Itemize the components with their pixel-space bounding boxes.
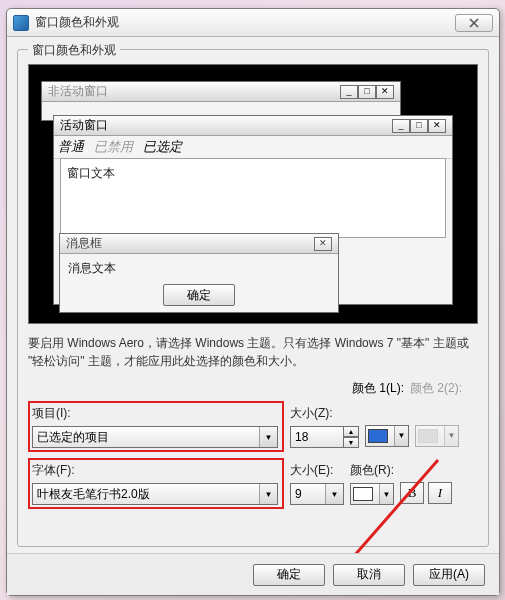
inactive-window-title: 非活动窗口 xyxy=(48,83,108,100)
item-highlight-box: 项目(I): 已选定的项目 ▼ xyxy=(28,401,284,452)
size-value: 18 xyxy=(295,430,308,444)
color1-swatch xyxy=(368,429,388,443)
window-close-button[interactable] xyxy=(455,14,493,32)
window-title: 窗口颜色和外观 xyxy=(35,14,119,31)
font-combo[interactable]: 叶根友毛笔行书2.0版 ▼ xyxy=(32,483,278,505)
active-window-title: 活动窗口 xyxy=(60,117,108,134)
dialog-footer: 确定 取消 应用(A) xyxy=(7,553,499,595)
chevron-down-icon: ▼ xyxy=(379,484,393,504)
messagebox-text: 消息文本 xyxy=(60,254,338,283)
color1-picker[interactable]: ▼ xyxy=(365,425,409,447)
chevron-down-icon: ▼ xyxy=(394,426,408,446)
italic-button[interactable]: I xyxy=(428,482,452,504)
chevron-down-icon: ▼ xyxy=(444,426,458,446)
cancel-button[interactable]: 取消 xyxy=(333,564,405,586)
maximize-icon: □ xyxy=(358,85,376,99)
titlebar: 窗口颜色和外观 xyxy=(7,9,499,37)
groupbox-legend: 窗口颜色和外观 xyxy=(28,42,120,59)
close-icon: ✕ xyxy=(314,237,332,251)
preview-window-text: 窗口文本 xyxy=(61,159,445,188)
color2-header: 颜色 2(2): xyxy=(410,380,468,397)
preview-panel: 非活动窗口 _ □ ✕ 活动窗口 _ □ ✕ xyxy=(28,64,478,324)
size-label: 大小(Z): xyxy=(290,405,359,422)
preview-menu-disabled: 已禁用 xyxy=(94,138,133,156)
font-highlight-box: 字体(F): 叶根友毛笔行书2.0版 ▼ xyxy=(28,458,284,509)
size-spin-up[interactable]: ▲ xyxy=(343,426,359,437)
font-size-combo[interactable]: 9 ▼ xyxy=(290,483,344,505)
chevron-down-icon: ▼ xyxy=(325,484,343,504)
preview-messagebox: 消息框 ✕ 消息文本 确定 xyxy=(59,233,339,313)
close-icon xyxy=(469,18,479,28)
font-color-swatch xyxy=(353,487,373,501)
client-area: 窗口颜色和外观 非活动窗口 _ □ ✕ 活动窗口 xyxy=(17,49,489,547)
description-text: 要启用 Windows Aero，请选择 Windows 主题。只有选择 Win… xyxy=(28,334,478,370)
window-color-dialog: 窗口颜色和外观 窗口颜色和外观 非活动窗口 _ □ ✕ xyxy=(6,8,500,596)
item-combo-value: 已选定的项目 xyxy=(37,429,109,446)
item-combo[interactable]: 已选定的项目 ▼ xyxy=(32,426,278,448)
ok-button[interactable]: 确定 xyxy=(253,564,325,586)
close-icon: ✕ xyxy=(428,119,446,133)
preview-menu-row: 普通 已禁用 已选定 xyxy=(54,136,452,159)
item-row: 项目(I): 已选定的项目 ▼ 大小(Z): 18 xyxy=(28,401,478,452)
chevron-down-icon: ▼ xyxy=(259,484,277,504)
font-size-label: 大小(E): xyxy=(290,462,344,479)
messagebox-ok-button: 确定 xyxy=(163,284,235,306)
font-label: 字体(F): xyxy=(32,462,280,479)
app-icon xyxy=(13,15,29,31)
bold-button[interactable]: B xyxy=(400,482,424,504)
preview-window-body: 窗口文本 xyxy=(60,158,446,238)
minimize-icon: _ xyxy=(340,85,358,99)
header-row: 颜色 1(L): 颜色 2(2): xyxy=(28,380,478,397)
size-spin-down[interactable]: ▼ xyxy=(343,437,359,448)
color2-picker: ▼ xyxy=(415,425,459,447)
item-label: 项目(I): xyxy=(32,405,280,422)
font-color-label: 颜色(R): xyxy=(350,462,394,479)
controls-area: 颜色 1(L): 颜色 2(2): 项目(I): 已选定的项目 ▼ 大小(Z): xyxy=(28,380,478,515)
close-icon: ✕ xyxy=(376,85,394,99)
preview-menu-selected: 已选定 xyxy=(143,138,182,156)
font-color-picker[interactable]: ▼ xyxy=(350,483,394,505)
minimize-icon: _ xyxy=(392,119,410,133)
messagebox-title: 消息框 xyxy=(66,235,102,252)
color1-header: 颜色 1(L): xyxy=(352,380,410,397)
maximize-icon: □ xyxy=(410,119,428,133)
color2-swatch xyxy=(418,429,438,443)
size-field[interactable]: 18 xyxy=(290,426,344,448)
font-combo-value: 叶根友毛笔行书2.0版 xyxy=(37,486,150,503)
font-row: 字体(F): 叶根友毛笔行书2.0版 ▼ 大小(E): 9 ▼ xyxy=(28,458,478,509)
chevron-down-icon: ▼ xyxy=(259,427,277,447)
appearance-groupbox: 窗口颜色和外观 非活动窗口 _ □ ✕ 活动窗口 xyxy=(17,49,489,547)
apply-button[interactable]: 应用(A) xyxy=(413,564,485,586)
preview-menu-normal: 普通 xyxy=(58,138,84,156)
font-size-value: 9 xyxy=(295,487,302,501)
